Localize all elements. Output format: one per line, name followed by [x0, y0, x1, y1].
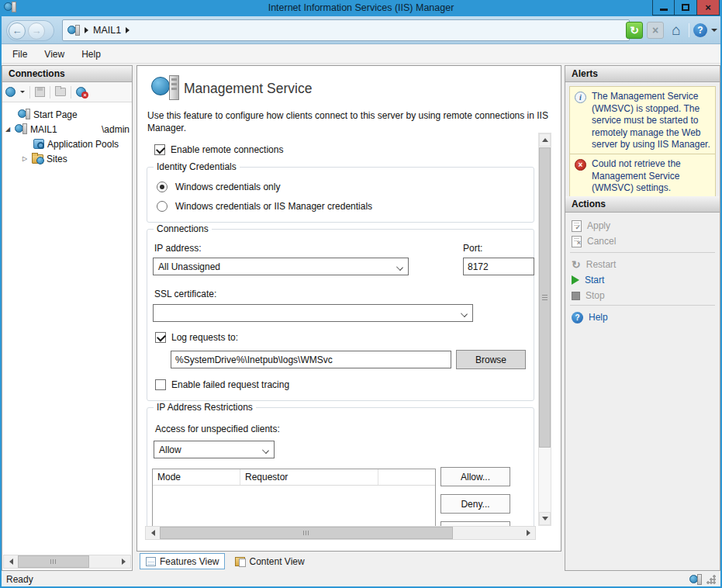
import-connection-icon: [55, 88, 66, 96]
windows-or-iis-credentials-radio[interactable]: [157, 201, 168, 212]
column-requestor[interactable]: Requestor: [240, 469, 378, 485]
content-vertical-scrollbar[interactable]: [538, 133, 551, 526]
action-start[interactable]: Start: [572, 272, 604, 288]
action-help[interactable]: ? Help: [572, 310, 608, 325]
menu-help[interactable]: Help: [81, 49, 101, 60]
scrollbar-thumb[interactable]: [18, 555, 89, 568]
expand-icon[interactable]: ▷: [21, 155, 29, 162]
ip-address-select[interactable]: All Unassigned: [153, 258, 409, 275]
scroll-left-icon[interactable]: [146, 527, 160, 539]
log-requests-checkbox[interactable]: [155, 332, 166, 343]
cancel-icon: ×: [572, 236, 582, 247]
action-cancel: × Cancel: [572, 233, 616, 249]
deny-button[interactable]: Deny...: [440, 494, 510, 514]
failed-request-tracing-checkbox[interactable]: [155, 379, 166, 390]
breadcrumb-arrow-icon[interactable]: [85, 27, 88, 33]
port-label: Port:: [463, 243, 482, 254]
scrollbar-thumb[interactable]: [160, 527, 453, 539]
enable-remote-connections-label: Enable remote connections: [171, 144, 283, 155]
restart-icon: ↻: [572, 259, 581, 270]
breadcrumb-arrow-icon[interactable]: [126, 27, 130, 33]
ssl-certificate-label: SSL certificate:: [154, 289, 216, 299]
nav-buttons: ← →: [6, 20, 54, 41]
disconnect-icon[interactable]: ×: [76, 87, 86, 97]
help-dropdown-icon[interactable]: [711, 29, 717, 32]
collapse-icon[interactable]: ◢: [4, 126, 12, 133]
breadcrumb-server[interactable]: MAIL1: [93, 25, 121, 36]
feature-page: Management Service Use this feature to c…: [136, 65, 561, 552]
scroll-right-icon[interactable]: [116, 555, 130, 568]
tab-content-view[interactable]: Content View: [230, 553, 309, 569]
iis-manager-window: Internet Information Services (IIS) Mana…: [0, 0, 722, 588]
forward-button: →: [28, 22, 45, 40]
error-icon: ×: [575, 159, 586, 171]
actions-separator: [570, 252, 715, 253]
action-restart: ↻ Restart: [572, 257, 616, 272]
scroll-down-icon[interactable]: [539, 512, 551, 525]
port-input[interactable]: [463, 258, 534, 275]
server-icon: [67, 25, 80, 36]
tree-item-start-page[interactable]: Start Page: [2, 107, 132, 122]
stop-icon: [572, 292, 580, 300]
close-button[interactable]: ×: [697, 0, 720, 16]
window-title: Internet Information Services (IIS) Mana…: [0, 2, 722, 13]
action-stop: Stop: [572, 288, 605, 303]
restrictions-table[interactable]: Mode Requestor: [152, 469, 436, 526]
scroll-left-icon[interactable]: [4, 555, 18, 568]
actions-header: Actions: [565, 196, 720, 213]
alerts-header: Alerts: [565, 66, 720, 82]
page-title: Management Service: [184, 81, 312, 97]
start-page-icon: [18, 109, 30, 120]
minimize-icon: [660, 9, 668, 11]
ssl-certificate-select[interactable]: [153, 304, 473, 322]
maximize-button[interactable]: [675, 0, 697, 16]
scroll-up-icon[interactable]: [539, 133, 551, 147]
address-box[interactable]: MAIL1: [62, 19, 630, 41]
refresh-button[interactable]: ↻: [626, 22, 643, 39]
alert-service-stopped: i The Management Service (WMSVC) is stop…: [569, 86, 716, 156]
allow-button[interactable]: Allow...: [440, 467, 510, 486]
browse-button[interactable]: Browse: [456, 350, 526, 369]
connections-horizontal-scrollbar[interactable]: [3, 555, 131, 569]
column-mode[interactable]: Mode: [153, 469, 240, 485]
alert-settings-error: × Could not retrieve the Management Serv…: [569, 154, 716, 199]
tree-item-server[interactable]: ◢ MAIL1 \admin: [2, 122, 132, 137]
scroll-right-icon[interactable]: [521, 527, 535, 539]
enable-remote-connections-checkbox[interactable]: [154, 144, 165, 155]
ip-address-label: IP address:: [154, 243, 201, 254]
access-unspecified-select[interactable]: Allow: [154, 441, 275, 458]
menu-bar: File View Help: [0, 45, 722, 64]
log-path-input[interactable]: [171, 351, 451, 368]
tree-item-sites[interactable]: ▷ Sites: [2, 151, 132, 166]
menu-file[interactable]: File: [12, 49, 27, 60]
failed-request-tracing-label: Enable failed request tracing: [171, 379, 289, 390]
info-icon: i: [575, 92, 586, 103]
ip-restrictions-group: IP Address Restrictions Access for unspe…: [147, 407, 534, 526]
management-service-icon: [151, 75, 179, 102]
help-icon[interactable]: ?: [693, 23, 707, 37]
features-view-icon: [146, 557, 156, 566]
resize-grip[interactable]: [706, 575, 716, 584]
apply-icon: ✓: [572, 220, 582, 232]
minimize-button[interactable]: [652, 0, 675, 16]
tree-item-application-pools[interactable]: Application Pools: [2, 137, 132, 151]
help-icon: ?: [572, 312, 583, 323]
windows-credentials-only-radio[interactable]: [157, 182, 168, 192]
disconnect-x-icon: ×: [81, 92, 88, 99]
settings-form: Enable remote connections Identity Crede…: [137, 133, 537, 526]
tab-features-view[interactable]: Features View: [140, 553, 225, 569]
content-horizontal-scrollbar[interactable]: [145, 526, 536, 540]
create-connection-icon[interactable]: [5, 87, 16, 97]
server-user-suffix: \admin: [102, 124, 130, 135]
create-connection-dropdown-icon[interactable]: [20, 91, 25, 93]
table-header: Mode Requestor: [153, 469, 435, 486]
scrollbar-thumb[interactable]: [539, 147, 551, 448]
identity-credentials-group: Identity Credentials Windows credentials…: [147, 167, 534, 223]
home-button[interactable]: ⌂: [668, 22, 685, 39]
address-bar-row: ← → MAIL1 ↻ × ⌂ ?: [0, 16, 722, 44]
action-apply: ✓ Apply: [572, 218, 610, 233]
page-description: Use this feature to configure how client…: [147, 110, 554, 134]
menu-view[interactable]: View: [44, 49, 64, 60]
stop-button: ×: [647, 22, 664, 39]
back-button[interactable]: ←: [9, 22, 26, 40]
